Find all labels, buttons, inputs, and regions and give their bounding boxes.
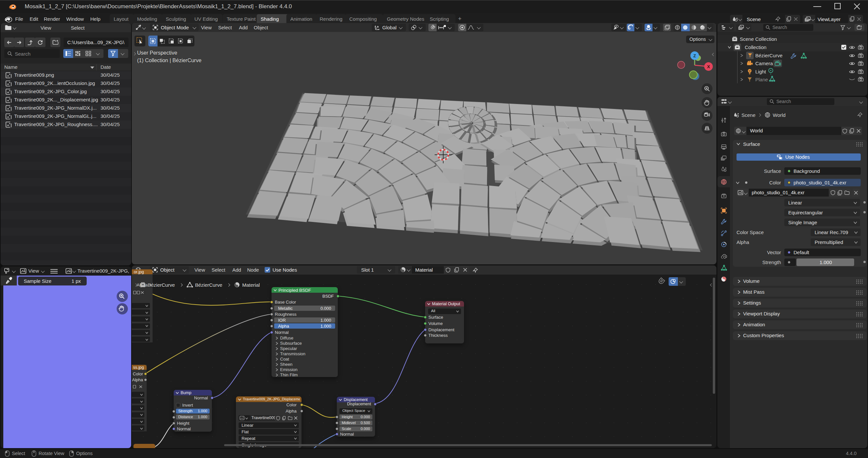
- svg-text:Z: Z: [693, 53, 696, 58]
- svg-text:X: X: [707, 64, 710, 69]
